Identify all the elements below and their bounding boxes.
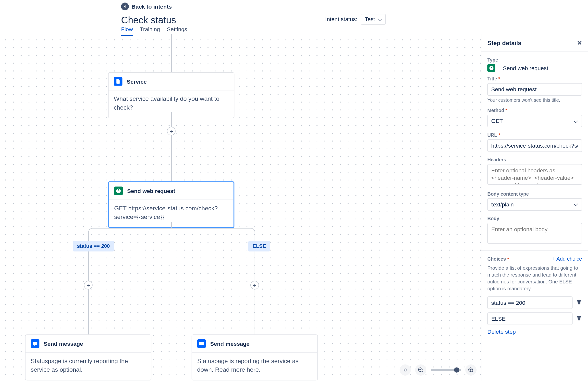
type-value: Send web request <box>503 65 548 71</box>
connector-line <box>171 112 172 181</box>
step-details-panel: Step details ✕ Type Send web request Tit… <box>481 34 588 381</box>
headers-textarea[interactable] <box>487 164 582 185</box>
method-label: Method <box>487 108 582 113</box>
node-request-title: Send web request <box>127 188 175 194</box>
web-request-icon <box>114 187 123 195</box>
message-icon <box>31 339 39 348</box>
flow-canvas[interactable]: Service What service availability do you… <box>0 34 481 381</box>
node-leaf-right-title: Send message <box>210 340 250 347</box>
choice-row <box>487 296 582 309</box>
node-leaf-right-body: Statuspage is reporting the service as d… <box>192 353 317 380</box>
add-choice-button[interactable]: +Add choice <box>551 255 582 262</box>
type-label: Type <box>487 57 582 62</box>
url-label: URL <box>487 132 582 137</box>
headers-label: Headers <box>487 157 582 162</box>
intent-status-label: Intent status: <box>325 16 357 22</box>
node-leaf-left-body: Statuspage is currently reporting the se… <box>25 353 151 380</box>
choice-row <box>487 312 582 325</box>
delete-step-button[interactable]: Delete step <box>487 329 582 335</box>
bodytype-select[interactable]: text/plain <box>487 198 582 211</box>
choices-label: Choices <box>487 256 509 261</box>
body-label: Body <box>487 216 582 221</box>
branch-label-status-200[interactable]: status == 200 <box>73 241 114 251</box>
message-icon <box>197 339 206 348</box>
branch-label-else[interactable]: ELSE <box>248 241 271 251</box>
intent-status-value: Test <box>365 16 375 22</box>
canvas-toolbar <box>399 364 477 376</box>
node-send-message-left[interactable]: Send message Statuspage is currently rep… <box>25 335 151 380</box>
node-send-message-right[interactable]: Send message Statuspage is reporting the… <box>191 335 318 380</box>
add-step-button[interactable]: + <box>84 281 92 289</box>
url-input[interactable] <box>487 139 582 152</box>
connector-line <box>171 222 172 228</box>
choice-input-1[interactable] <box>487 312 573 325</box>
close-icon[interactable]: ✕ <box>577 40 582 46</box>
choice-input-0[interactable] <box>487 296 573 309</box>
back-label: Back to intents <box>132 3 172 10</box>
connector-branch <box>88 228 171 236</box>
panel-title: Step details <box>487 40 521 46</box>
bodytype-value: text/plain <box>491 201 514 207</box>
zoom-out-button[interactable] <box>415 364 426 376</box>
method-value: GET <box>491 118 503 124</box>
title-help-text: Your customers won't see this title. <box>487 97 582 103</box>
intent-status-select[interactable]: Test <box>361 14 386 24</box>
node-leaf-left-title: Send message <box>44 340 83 347</box>
back-to-intents-link[interactable]: Back to intents <box>121 3 172 11</box>
node-send-web-request[interactable]: Send web request GET https://service-sta… <box>108 181 234 228</box>
method-select[interactable]: GET <box>487 115 582 127</box>
document-icon <box>114 77 122 86</box>
web-request-icon <box>487 64 495 72</box>
add-step-button[interactable]: + <box>250 281 259 289</box>
delete-choice-button[interactable] <box>576 315 582 322</box>
title-field-label: Title <box>487 76 582 81</box>
node-service-title: Service <box>127 78 147 85</box>
add-step-button[interactable]: + <box>167 127 175 135</box>
connector-line <box>171 34 172 72</box>
title-input[interactable] <box>487 83 582 96</box>
panel-divider <box>481 250 588 250</box>
zoom-slider[interactable] <box>431 369 461 371</box>
bodytype-label: Body content type <box>487 191 582 196</box>
back-arrow-icon <box>121 3 129 11</box>
body-textarea[interactable] <box>487 223 582 244</box>
recenter-button[interactable] <box>399 364 411 376</box>
zoom-in-button[interactable] <box>465 364 477 376</box>
svg-point-1 <box>405 370 405 370</box>
connector-branch <box>171 228 255 236</box>
choices-description: Provide a list of expressions that going… <box>487 264 582 292</box>
delete-choice-button[interactable] <box>576 299 582 307</box>
node-service[interactable]: Service What service availability do you… <box>108 72 234 118</box>
